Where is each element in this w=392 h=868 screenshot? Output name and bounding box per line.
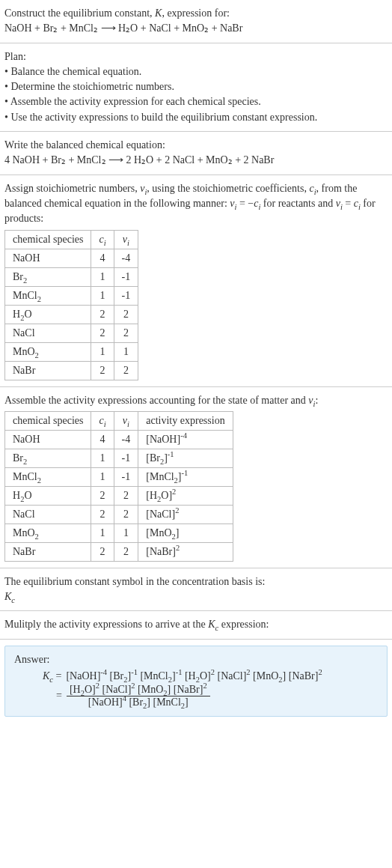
kc-numerator: [H2O]2 [NaCl]2 [MnO2] [NaBr]2 bbox=[67, 684, 210, 696]
cell-vi: 2 bbox=[114, 542, 138, 561]
cell-vi: 2 bbox=[114, 361, 138, 380]
intro-reaction: NaOH + Br₂ + MnCl₂ ⟶ H₂O + NaCl + MnO₂ +… bbox=[4, 21, 388, 36]
table-row: MnO211[MnO2] bbox=[5, 523, 233, 542]
cell-species: MnO2 bbox=[5, 342, 91, 361]
plan-item: • Use the activity expressions to build … bbox=[4, 110, 388, 125]
cell-species: NaOH bbox=[5, 430, 91, 449]
col-ci: ci bbox=[91, 411, 114, 430]
table-row: MnO211 bbox=[5, 342, 138, 361]
answer-section: Answer: Kc = [NaOH]-4 [Br2]-1 [MnCl2]-1 … bbox=[0, 640, 392, 723]
cell-activity: [Br2]-1 bbox=[138, 449, 233, 467]
col-activity: activity expression bbox=[138, 411, 233, 430]
table-row: NaOH4-4[NaOH]-4 bbox=[5, 430, 233, 449]
cell-vi: -1 bbox=[114, 449, 138, 467]
table-row: MnCl21-1[MnCl2]-1 bbox=[5, 467, 233, 486]
table-row: Br21-1 bbox=[5, 267, 138, 286]
cell-ci: 1 bbox=[91, 523, 114, 542]
construct-text: Construct the equilibrium constant, K, e… bbox=[4, 6, 388, 21]
table-row: MnCl21-1 bbox=[5, 286, 138, 305]
table-header-row: chemical species ci νi bbox=[5, 230, 138, 249]
table-row: NaCl22[NaCl]2 bbox=[5, 505, 233, 523]
activity-table: chemical species ci νi activity expressi… bbox=[4, 411, 233, 562]
multiply-section: Mulitply the activity expressions to arr… bbox=[0, 611, 392, 639]
col-ci: ci bbox=[91, 230, 114, 249]
kc-line2: = [H2O]2 [NaCl]2 [MnO2] [NaBr]2 [NaOH]4 … bbox=[43, 684, 378, 708]
cell-species: MnCl2 bbox=[5, 286, 91, 305]
kc-line1-terms: [NaOH]-4 [Br2]-1 [MnCl2]-1 [H2O]2 [NaCl]… bbox=[66, 670, 322, 682]
kc-symbol: Kc = bbox=[43, 670, 61, 682]
cell-vi: 1 bbox=[114, 342, 138, 361]
activity-section: Assemble the activity expressions accoun… bbox=[0, 387, 392, 568]
table-row: Br21-1[Br2]-1 bbox=[5, 449, 233, 467]
cell-activity: [NaBr]2 bbox=[138, 542, 233, 561]
activity-intro: Assemble the activity expressions accoun… bbox=[4, 393, 388, 408]
answer-label: Answer: bbox=[14, 654, 378, 666]
cell-vi: -4 bbox=[114, 249, 138, 267]
cell-species: NaCl bbox=[5, 505, 91, 523]
cell-ci: 1 bbox=[91, 267, 114, 286]
plan-item: • Assemble the activity expression for e… bbox=[4, 94, 388, 109]
cell-ci: 2 bbox=[91, 486, 114, 505]
cell-ci: 1 bbox=[91, 449, 114, 467]
cell-ci: 2 bbox=[91, 324, 114, 342]
cell-vi: -1 bbox=[114, 267, 138, 286]
cell-ci: 4 bbox=[91, 249, 114, 267]
table-row: NaBr22[NaBr]2 bbox=[5, 542, 233, 561]
cell-ci: 2 bbox=[91, 542, 114, 561]
cell-vi: 2 bbox=[114, 486, 138, 505]
table-row: H2O22 bbox=[5, 305, 138, 324]
cell-ci: 4 bbox=[91, 430, 114, 449]
cell-species: MnCl2 bbox=[5, 467, 91, 486]
cell-species: H2O bbox=[5, 305, 91, 324]
answer-box: Answer: Kc = [NaOH]-4 [Br2]-1 [MnCl2]-1 … bbox=[4, 646, 388, 717]
kc-fraction: [H2O]2 [NaCl]2 [MnO2] [NaBr]2 [NaOH]4 [B… bbox=[67, 684, 210, 708]
col-vi: νi bbox=[114, 230, 138, 249]
cell-species: Br2 bbox=[5, 267, 91, 286]
stoich-table: chemical species ci νi NaOH4-4Br21-1MnCl… bbox=[4, 230, 138, 380]
cell-species: Br2 bbox=[5, 449, 91, 467]
col-species: chemical species bbox=[5, 411, 91, 430]
cell-ci: 2 bbox=[91, 505, 114, 523]
col-vi: νi bbox=[114, 411, 138, 430]
plan-section: Plan: • Balance the chemical equation. •… bbox=[0, 43, 392, 132]
cell-activity: [NaCl]2 bbox=[138, 505, 233, 523]
cell-ci: 1 bbox=[91, 286, 114, 305]
kc-line1: Kc = [NaOH]-4 [Br2]-1 [MnCl2]-1 [H2O]2 [… bbox=[43, 670, 378, 682]
symbol-title: The equilibrium constant symbol in the c… bbox=[4, 574, 388, 589]
stoich-section: Assign stoichiometric numbers, νi, using… bbox=[0, 175, 392, 387]
cell-species: NaOH bbox=[5, 249, 91, 267]
cell-vi: 2 bbox=[114, 505, 138, 523]
plan-title: Plan: bbox=[4, 49, 388, 64]
cell-ci: 2 bbox=[91, 305, 114, 324]
stoich-intro: Assign stoichiometric numbers, νi, using… bbox=[4, 181, 388, 227]
intro-section: Construct the equilibrium constant, K, e… bbox=[0, 0, 392, 43]
cell-species: NaBr bbox=[5, 542, 91, 561]
balanced-section: Write the balanced chemical equation: 4 … bbox=[0, 132, 392, 175]
cell-activity: [MnCl2]-1 bbox=[138, 467, 233, 486]
cell-activity: [MnO2] bbox=[138, 523, 233, 542]
col-species: chemical species bbox=[5, 230, 91, 249]
cell-vi: -4 bbox=[114, 430, 138, 449]
symbol-value: Kc bbox=[4, 589, 388, 604]
balanced-eq: 4 NaOH + Br₂ + MnCl₂ ⟶ 2 H₂O + 2 NaCl + … bbox=[4, 153, 388, 168]
table-row: NaCl22 bbox=[5, 324, 138, 342]
cell-vi: -1 bbox=[114, 467, 138, 486]
cell-species: H2O bbox=[5, 486, 91, 505]
table-header-row: chemical species ci νi activity expressi… bbox=[5, 411, 233, 430]
cell-ci: 1 bbox=[91, 342, 114, 361]
table-row: H2O22[H2O]2 bbox=[5, 486, 233, 505]
cell-species: MnO2 bbox=[5, 523, 91, 542]
cell-vi: 1 bbox=[114, 523, 138, 542]
plan-item: • Balance the chemical equation. bbox=[4, 64, 388, 79]
cell-species: NaCl bbox=[5, 324, 91, 342]
cell-ci: 1 bbox=[91, 467, 114, 486]
table-row: NaBr22 bbox=[5, 361, 138, 380]
equals-sign: = bbox=[43, 690, 62, 702]
plan-item: • Determine the stoichiometric numbers. bbox=[4, 79, 388, 94]
kc-denominator: [NaOH]4 [Br2] [MnCl2] bbox=[85, 696, 192, 708]
cell-species: NaBr bbox=[5, 361, 91, 380]
cell-ci: 2 bbox=[91, 361, 114, 380]
symbol-section: The equilibrium constant symbol in the c… bbox=[0, 568, 392, 612]
cell-activity: [H2O]2 bbox=[138, 486, 233, 505]
cell-vi: 2 bbox=[114, 305, 138, 324]
